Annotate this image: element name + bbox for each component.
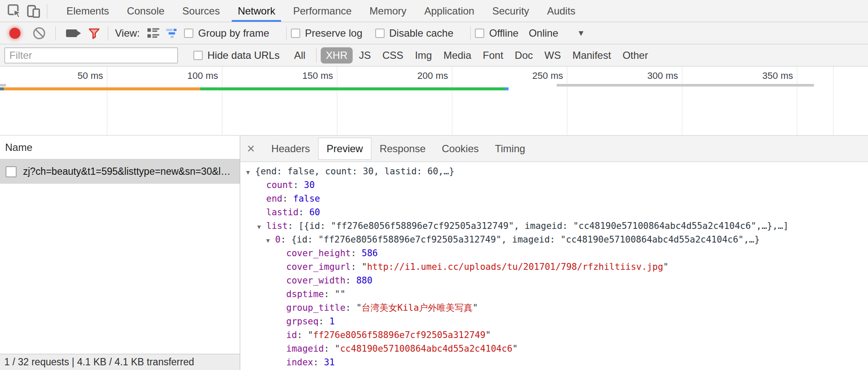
preview-tree-row[interactable]: index: 31 <box>240 356 868 369</box>
resource-type-filters: AllXHRJSCSSImgMediaFontDocWSManifestOthe… <box>289 47 654 64</box>
tab-security[interactable]: Security <box>483 0 538 22</box>
close-icon[interactable]: × <box>247 142 255 155</box>
plain-text: " <box>356 303 362 313</box>
type-filter-manifest[interactable]: Manifest <box>567 47 616 64</box>
type-filter-doc[interactable]: Doc <box>510 47 538 64</box>
selected-request-waiting <box>4 87 200 90</box>
expander-triangle-icon[interactable]: ▼ <box>246 165 255 178</box>
offline-label[interactable]: Offline <box>489 27 518 39</box>
selected-request-connecting <box>0 87 4 90</box>
preview-tree-row[interactable]: lastid: 60 <box>240 205 868 219</box>
checkbox[interactable] <box>193 51 203 60</box>
number-value: false <box>293 194 320 204</box>
timeline-gridline <box>452 66 452 135</box>
detail-tab-preview[interactable]: Preview <box>318 138 371 160</box>
preserve-log-label[interactable]: Preserve log <box>305 27 362 39</box>
type-filter-other[interactable]: Other <box>618 47 653 64</box>
type-filter-js[interactable]: JS <box>354 47 376 64</box>
large-rows-icon[interactable] <box>144 24 163 43</box>
checkbox[interactable] <box>375 29 385 38</box>
divider <box>47 4 47 18</box>
plain-text: : <box>345 303 356 313</box>
tab-sources[interactable]: Sources <box>173 0 229 22</box>
preview-tree-row[interactable]: end: false <box>240 192 868 205</box>
preview-tree-row[interactable]: ▼0: {id: "ff276e8056f58896e7cf92505a3127… <box>240 233 868 246</box>
preview-tree-row[interactable]: cover_width: 880 <box>240 274 868 287</box>
string-value: ff276e8056f58896e7cf92505a312749 <box>313 330 486 340</box>
expander-triangle-icon[interactable]: ▼ <box>257 220 266 233</box>
offline-checkbox[interactable]: Offline <box>475 27 518 39</box>
preview-tree-row[interactable]: count: 30 <box>240 178 868 192</box>
tab-network[interactable]: Network <box>229 0 284 22</box>
filter-funnel-icon[interactable] <box>85 24 103 43</box>
preview-tree-row[interactable]: cover_height: 586 <box>240 246 868 260</box>
preview-tree-row[interactable]: cover_imgurl: "http://i1.umei.cc/uploads… <box>240 260 868 274</box>
plain-text: : <box>324 289 335 299</box>
name-column-header[interactable]: Name <box>0 136 240 159</box>
disable-cache-checkbox[interactable]: Disable cache <box>375 27 454 39</box>
plain-text: {end: false, count: 30, lastid: 60,…} <box>255 166 454 176</box>
preview-tree-row[interactable]: imageid: "cc48190e57100864abc4d55a2c4104… <box>240 342 868 356</box>
preview-tree-row[interactable]: group_title: "台湾美女Kila户外唯美写真" <box>240 301 868 315</box>
other-request-bar-right <box>557 84 814 87</box>
group-by-frame-label[interactable]: Group by frame <box>198 27 269 39</box>
preview-tree-row[interactable]: id: "ff276e8056f58896e7cf92505a312749" <box>240 328 868 342</box>
expander-triangle-icon[interactable]: ▼ <box>266 234 275 246</box>
divider <box>286 26 287 40</box>
plain-text: : <box>313 357 324 367</box>
plain-text: " <box>362 262 367 272</box>
type-filter-xhr[interactable]: XHR <box>321 47 353 64</box>
tab-audits[interactable]: Audits <box>538 0 584 22</box>
plain-text: : <box>297 330 308 340</box>
inspect-element-icon[interactable] <box>5 2 24 20</box>
preview-tree-row[interactable]: grpseq: 1 <box>240 315 868 328</box>
detail-tab-response[interactable]: Response <box>371 138 434 159</box>
chevron-down-icon[interactable]: ▼ <box>577 29 585 38</box>
number-value: 586 <box>362 248 378 258</box>
type-filter-font[interactable]: Font <box>478 47 509 64</box>
checkbox[interactable] <box>291 29 300 38</box>
preserve-log-checkbox[interactable]: Preserve log <box>291 27 362 39</box>
detail-tab-timing[interactable]: Timing <box>487 138 533 159</box>
detail-tab-headers[interactable]: Headers <box>263 138 318 159</box>
type-filter-ws[interactable]: WS <box>539 47 566 64</box>
number-value: 30 <box>304 180 315 190</box>
checkbox[interactable] <box>475 29 484 38</box>
request-details-panel: × HeadersPreviewResponseCookiesTiming ▼{… <box>240 136 868 370</box>
preview-tree-row[interactable]: ▼{end: false, count: 30, lastid: 60,…} <box>240 165 868 178</box>
plain-text: " <box>308 330 313 340</box>
disable-cache-label[interactable]: Disable cache <box>389 27 454 39</box>
preview-tree-row[interactable]: dsptime: "" <box>240 287 868 301</box>
tab-elements[interactable]: Elements <box>57 0 118 22</box>
clear-icon[interactable] <box>33 27 45 39</box>
request-row-selected[interactable]: zj?ch=beauty&t1=595&listtype=new&sn=30&l… <box>0 159 240 184</box>
hide-data-urls-label[interactable]: Hide data URLs <box>207 49 279 61</box>
checkbox[interactable] <box>184 29 193 38</box>
preview-tree-row[interactable]: ▼list: [{id: "ff276e8056f58896e7cf92505a… <box>240 219 868 233</box>
tab-application[interactable]: Application <box>415 0 483 22</box>
request-name[interactable]: zj?ch=beauty&t1=595&listtype=new&sn=30&l… <box>23 166 230 177</box>
tab-console[interactable]: Console <box>118 0 173 22</box>
device-toolbar-icon[interactable] <box>24 2 43 20</box>
filter-input[interactable] <box>4 47 178 64</box>
record-button[interactable] <box>9 28 20 39</box>
plain-text: : <box>324 344 335 354</box>
detail-tab-cookies[interactable]: Cookies <box>434 138 487 159</box>
requests-empty-area <box>0 184 240 354</box>
plain-text: " <box>473 303 478 313</box>
type-filter-all[interactable]: All <box>289 47 310 64</box>
request-checkbox[interactable] <box>6 166 17 177</box>
type-filter-media[interactable]: Media <box>438 47 476 64</box>
screenshot-camera-icon[interactable] <box>66 29 77 37</box>
network-overview-timeline[interactable]: 50 ms100 ms150 ms200 ms250 ms300 ms350 m… <box>0 66 868 136</box>
type-filter-img[interactable]: Img <box>410 47 437 64</box>
group-by-frame-checkbox[interactable]: Group by frame <box>184 27 269 39</box>
overview-waterfall-icon[interactable] <box>163 24 181 43</box>
hide-data-urls-checkbox[interactable]: Hide data URLs <box>193 49 279 61</box>
plain-text: " <box>512 344 518 354</box>
tab-performance[interactable]: Performance <box>284 0 360 22</box>
property-key: cover_height <box>286 248 351 258</box>
tab-memory[interactable]: Memory <box>361 0 416 22</box>
type-filter-css[interactable]: CSS <box>377 47 408 64</box>
throttling-select[interactable]: Online <box>529 27 558 39</box>
